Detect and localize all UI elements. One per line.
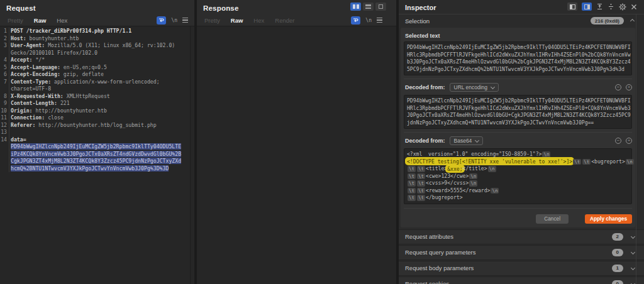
whitespace-chip: \n	[488, 166, 496, 172]
tab-response-pretty[interactable]: Pretty	[204, 17, 220, 24]
remove-decoding-icon[interactable]: −	[615, 138, 621, 144]
gear-icon[interactable]	[619, 3, 626, 11]
inspector-collapsed-sections: Request attributes2Request query paramet…	[399, 230, 644, 284]
inspector-scrollbar-divider	[636, 14, 636, 284]
layout-columns-button[interactable]	[350, 3, 361, 11]
request-tabs: Pretty Raw Hex \n	[0, 15, 194, 25]
annotation-highlight: <!DOCTYPE testing[<!ENTITY xxe 'vulnerab…	[405, 157, 574, 165]
decoded-xml-row: \t\t<cwe>123</cwe>\n	[407, 173, 629, 180]
newline-toggle-icon[interactable]: \n	[171, 18, 177, 23]
whitespace-chip: \t	[408, 195, 416, 201]
chevron-up-icon	[630, 19, 635, 23]
base64-select[interactable]: Base64	[450, 136, 484, 145]
response-tabs: Pretty Raw Hex Render \n	[197, 15, 396, 25]
collapse-all-icon[interactable]	[608, 3, 614, 10]
response-editor[interactable]	[197, 26, 396, 284]
selection-section-header[interactable]: Selection 216 (0xd8)	[399, 14, 644, 28]
layout-rows-button[interactable]	[363, 3, 374, 11]
decoded-xml-row: \t\t<reward>5555</reward>\n	[407, 187, 629, 195]
tab-request-hex[interactable]: Hex	[57, 17, 67, 24]
expand-all-icon[interactable]	[596, 3, 603, 10]
base64-decoded-box[interactable]: <?xml version="1.0" encoding="ISO-8859-1…	[404, 148, 632, 204]
request-line: 2Host: bountyhunter.htb	[0, 35, 194, 43]
tab-response-raw[interactable]: Raw	[231, 17, 243, 24]
apply-changes-button[interactable]: Apply changes	[585, 214, 632, 224]
chevron-down-icon	[631, 250, 635, 254]
decoded-from-url-row: Decoded from: URL encoding − +	[404, 79, 632, 95]
decoded-xml-row: <!DOCTYPE testing[<!ENTITY xxe 'vulnerab…	[407, 158, 629, 166]
editor-menu-icon[interactable]	[377, 18, 382, 23]
request-line: 14data=	[0, 136, 194, 144]
whitespace-chip: \t	[417, 188, 425, 194]
selection-length-badge: 216 (0xd8)	[591, 17, 624, 25]
request-editor[interactable]: 1POST /tracker_diRbPr00f314.php HTTP/1.1…	[0, 26, 194, 284]
request-panel: Request Pretty Raw Hex \n 1POST /tracker…	[0, 0, 194, 284]
request-line: 13	[0, 129, 194, 136]
close-icon[interactable]	[631, 4, 637, 10]
cancel-button[interactable]: Cancel	[536, 214, 569, 224]
add-decoding-icon[interactable]: +	[626, 138, 632, 144]
chevron-down-icon	[631, 266, 635, 270]
whitespace-chip: \t	[582, 159, 591, 165]
soft-wrap-icon[interactable]	[351, 16, 360, 25]
inspector-section-row[interactable]: Request query parameters0	[399, 246, 644, 259]
decoded-from-base64-row: Decoded from: Base64 − +	[404, 132, 632, 148]
decoded-xml-row: \t\t<title>&xxe;</title>\n	[407, 165, 629, 173]
annotation-highlight: &xxe;	[445, 165, 464, 173]
request-panel-title: Request	[6, 4, 36, 12]
whitespace-chip: \t	[408, 173, 416, 180]
request-line: 9Content-Length: 221	[0, 100, 194, 107]
layout-buttons	[350, 3, 386, 11]
whitespace-chip: \t	[573, 159, 581, 165]
whitespace-chip: \t	[417, 173, 425, 180]
section-count-badge: 0	[612, 249, 623, 256]
inspector-section-row[interactable]: Request cookies0	[399, 277, 644, 284]
dock-right-button[interactable]	[582, 3, 592, 11]
decoded-xml-row: \t\t</bugreport>	[407, 194, 629, 202]
whitespace-chip: \n	[469, 180, 477, 187]
whitespace-chip: \t	[417, 180, 425, 187]
editor-menu-icon[interactable]	[182, 18, 188, 23]
soft-wrap-icon[interactable]	[157, 16, 166, 25]
request-line: 3User-Agent: Mozilla/5.0 (X11; Linux x86…	[0, 42, 194, 57]
remove-decoding-icon[interactable]: −	[615, 84, 621, 90]
selected-text-label: Selected text	[404, 28, 632, 41]
inspector-section-row[interactable]: Request body parameters1	[399, 261, 644, 275]
whitespace-chip: \t	[408, 180, 416, 187]
decoded-from-label: Decoded from:	[404, 138, 445, 144]
dock-left-button[interactable]	[567, 3, 577, 11]
tab-response-render[interactable]: Render	[275, 17, 294, 24]
url-decoded-box[interactable]: PD94bWwgIHZlcnNpb249IjEuMCIgZW5jb2Rpbmc9…	[404, 95, 632, 129]
decoded-from-label: Decoded from:	[404, 84, 445, 90]
layout-single-button[interactable]	[375, 3, 386, 11]
inspector-panel: Inspector Selection 216 (0xd8) Selected …	[399, 0, 644, 284]
tab-response-hex[interactable]: Hex	[253, 17, 264, 24]
response-panel-title: Response	[203, 4, 239, 12]
inspector-buttons-row: Cancel Apply changes	[404, 208, 632, 224]
section-count-badge: 2	[612, 233, 623, 241]
inspector-title: Inspector	[405, 4, 436, 11]
inspector-section-row[interactable]: Request attributes2	[399, 230, 644, 244]
inspector-header: Inspector	[399, 0, 644, 14]
request-line: 4Accept: */*	[0, 57, 194, 64]
request-line: 5Accept-Language: en-US,en;q=0.5	[0, 64, 194, 72]
selected-text-box[interactable]: PD94bWwgIHZlcnNpb249IjEuMCIgZW5jb2Rpbmc9…	[404, 41, 632, 75]
request-line: 6Accept-Encoding: gzip, deflate	[0, 71, 194, 79]
add-decoding-icon[interactable]: +	[626, 84, 632, 90]
whitespace-chip: \t	[408, 188, 416, 194]
newline-toggle-icon[interactable]: \n	[365, 18, 372, 23]
whitespace-chip: \n	[626, 159, 634, 165]
tab-request-raw[interactable]: Raw	[34, 17, 47, 24]
chevron-down-icon	[631, 281, 635, 284]
request-line: 10Origin: http://bountyhunter.htb	[0, 107, 194, 115]
tab-request-pretty[interactable]: Pretty	[8, 17, 23, 24]
whitespace-chip: \n	[469, 173, 477, 180]
section-count-badge: 1	[612, 265, 623, 272]
whitespace-chip: \t	[417, 195, 425, 201]
response-panel: Response Pretty Raw Hex Render \n	[197, 0, 396, 284]
section-count-badge: 0	[612, 280, 623, 284]
url-encoding-select[interactable]: URL encoding	[450, 83, 499, 92]
request-line: 1POST /tracker_diRbPr00f314.php HTTP/1.1	[0, 28, 194, 35]
selection-section-body: Selected text PD94bWwgIHZlcnNpb249IjEuMC…	[401, 28, 635, 227]
request-editor-scroll-divider	[190, 26, 191, 284]
